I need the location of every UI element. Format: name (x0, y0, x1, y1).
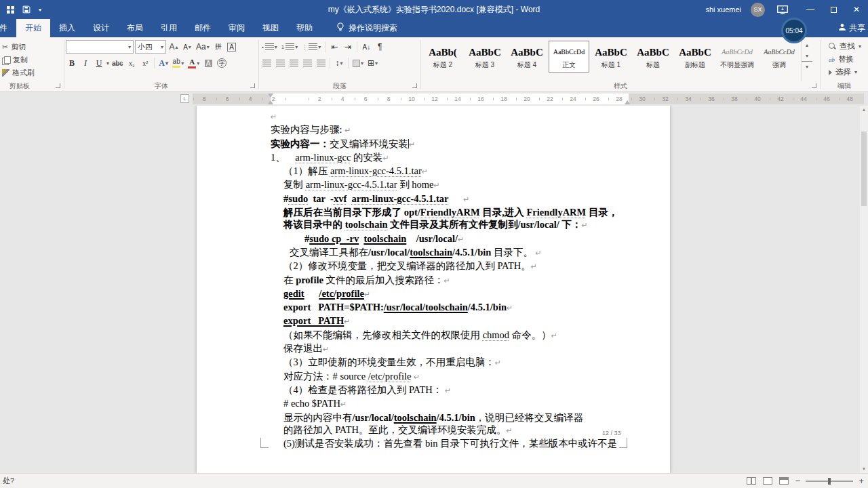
tab-视图[interactable]: 视图 (254, 19, 288, 37)
cut-button[interactable]: ✂剪切 (0, 41, 37, 54)
change-case-button[interactable]: Aa▾ (195, 40, 211, 54)
web-layout-button[interactable] (779, 477, 789, 485)
show-marks-button[interactable]: ¶ (374, 40, 386, 54)
strikethrough-button[interactable]: abc (111, 56, 124, 70)
recording-timer-badge[interactable]: 05:04 (781, 18, 807, 43)
font-color-button[interactable]: A▾ (186, 56, 201, 70)
paragraph-dialog-launcher[interactable] (412, 83, 417, 88)
text-effects-button[interactable]: A▾ (157, 56, 170, 70)
clipboard-dialog-launcher[interactable] (56, 83, 60, 88)
tab-开始[interactable]: 开始 (16, 19, 50, 37)
document-line: （3）立即使新的环境变量生效，不用重启电脑：↵ (283, 356, 670, 369)
tab-邮件[interactable]: 邮件 (186, 19, 220, 37)
scrollbar-thumb[interactable] (861, 131, 867, 206)
shrink-font-button[interactable]: A▾ (181, 40, 193, 54)
format-painter-button[interactable]: 格式刷 (0, 66, 37, 79)
align-left-button[interactable] (260, 56, 273, 70)
style-标题-3[interactable]: AaBbC标题 3 (465, 41, 505, 73)
zoom-in-button[interactable]: + (859, 476, 864, 485)
gallery-more-button[interactable]: ▾ (802, 61, 812, 72)
shading-button[interactable]: ▾ (351, 56, 365, 70)
style-标题-4[interactable]: AaBbC标题 4 (507, 41, 547, 73)
character-border-button[interactable]: A (226, 40, 238, 54)
distribute-button[interactable] (315, 56, 327, 70)
gallery-scroll-up-button[interactable]: ▴ (802, 39, 812, 50)
tab-布局[interactable]: 布局 (118, 19, 152, 37)
tab-审阅[interactable]: 审阅 (220, 19, 254, 37)
bullet-list-button[interactable]: •▾ (260, 40, 279, 54)
horizontal-ruler[interactable]: 8642246810121416182022242628303234363840… (193, 94, 864, 104)
enclose-character-button[interactable]: 字 (216, 56, 228, 70)
highlight-button[interactable]: ab▾ (171, 56, 185, 70)
zoom-out-button[interactable]: − (795, 476, 801, 485)
account-name[interactable]: shi xuemei (705, 5, 741, 14)
gallery-scroll-down-button[interactable]: ▾ (802, 50, 812, 61)
phonetic-guide-button[interactable]: 拼 (212, 40, 224, 54)
tab-引用[interactable]: 引用 (152, 19, 186, 37)
zoom-slider-thumb[interactable] (828, 478, 831, 485)
account-avatar[interactable]: SX (751, 3, 765, 17)
chevron-down-icon[interactable]: ▾ (106, 60, 109, 66)
style-不明显强调[interactable]: AaBbCcDd不明显强调 (717, 41, 757, 73)
line-spacing-button[interactable]: ↕▾ (333, 56, 345, 70)
sort-button[interactable]: A↓ (360, 40, 372, 54)
person-icon (838, 23, 846, 33)
zoom-slider[interactable] (806, 481, 853, 482)
tab-stop-selector[interactable]: L (180, 94, 189, 103)
style-副标题[interactable]: AaBbC副标题 (675, 41, 715, 73)
restore-button[interactable] (822, 0, 845, 19)
increase-indent-button[interactable]: ⇥ (342, 40, 354, 54)
right-indent-marker[interactable] (625, 100, 630, 104)
save-icon[interactable] (22, 5, 31, 14)
qat-customize-icon[interactable]: ▾ (39, 7, 41, 13)
close-button[interactable]: ✕ (845, 0, 868, 19)
font-name-select[interactable]: ▾ (66, 40, 134, 54)
share-button[interactable]: 共享 (838, 19, 865, 37)
style-正文[interactable]: AaBbCcDd正文 (549, 41, 589, 73)
align-center-button[interactable] (274, 56, 286, 70)
align-right-button[interactable] (288, 56, 300, 70)
underline-button[interactable]: U (93, 56, 105, 70)
superscript-button[interactable]: x² (139, 56, 151, 70)
app-grid-icon[interactable] (7, 6, 14, 14)
minimize-button[interactable]: — (799, 0, 822, 19)
justify-button[interactable] (301, 56, 313, 70)
read-mode-button[interactable] (747, 477, 756, 485)
first-line-indent-marker[interactable] (268, 94, 273, 98)
tell-me-search[interactable]: 操作说明搜索 (336, 19, 397, 37)
replace-button[interactable]: ab替换 (829, 54, 861, 64)
style-标题-1[interactable]: AaBbC标题 1 (591, 41, 631, 73)
borders-button[interactable]: ⊞▾ (366, 56, 379, 70)
vertical-scrollbar[interactable]: ▲ ▼ (860, 106, 868, 473)
tab-设计[interactable]: 设计 (84, 19, 118, 37)
document-text[interactable]: ↵实验内容与步骤: ↵实验内容一：交叉编译环境安装↵1、 arm-linux-g… (197, 106, 670, 449)
style-标题[interactable]: AaBbC标题 (633, 41, 673, 73)
font-size-select[interactable]: 小四▾ (135, 40, 166, 54)
copy-button[interactable]: 复制 (0, 54, 37, 66)
scroll-down-arrow[interactable]: ▼ (860, 465, 868, 473)
decrease-indent-button[interactable]: ⇤ (328, 40, 340, 54)
italic-button[interactable]: I (79, 56, 92, 70)
tab-帮助[interactable]: 帮助 (288, 19, 321, 37)
bold-button[interactable]: B (66, 56, 78, 70)
status-left-text[interactable]: 处? (0, 476, 14, 486)
print-layout-button[interactable] (763, 477, 772, 485)
tab-插入[interactable]: 插入 (50, 19, 84, 37)
present-screen-icon[interactable] (777, 5, 788, 14)
numbered-list-button[interactable]: 1▾ (280, 40, 299, 54)
multilevel-list-button[interactable]: ⋮▾ (300, 40, 322, 54)
style-强调[interactable]: AaBbCcDd强调 (759, 41, 800, 73)
subscript-button[interactable]: x₂ (125, 56, 138, 70)
style-标题-2[interactable]: AaBb(标题 2 (422, 41, 463, 73)
styles-dialog-launcher[interactable] (812, 83, 816, 88)
find-button[interactable]: 查找▾ (829, 41, 861, 52)
share-label: 共享 (849, 22, 865, 34)
document-line: 交叉编译工具都在/usr/local/toolschain/4.5.1/bin … (290, 246, 670, 260)
scroll-up-arrow[interactable]: ▲ (860, 106, 868, 114)
character-shading-button[interactable]: A (202, 56, 214, 70)
font-dialog-launcher[interactable] (250, 83, 255, 88)
hanging-indent-marker[interactable] (268, 100, 273, 104)
tab-文件[interactable]: 文件 (0, 19, 16, 37)
select-button[interactable]: 选择▾ (829, 67, 861, 77)
grow-font-button[interactable]: A▴ (167, 40, 180, 54)
